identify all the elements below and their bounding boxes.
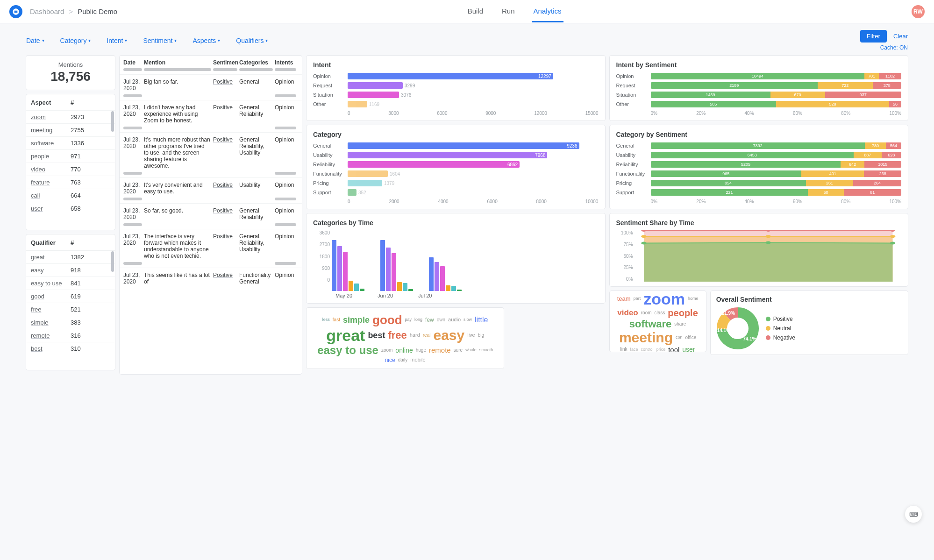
table-row[interactable]: call664 [26, 189, 115, 202]
chart-title: Sentiment Share by Time [616, 219, 902, 227]
col-count: # [71, 99, 74, 106]
chart-title: Category by Sentiment [616, 131, 902, 138]
chart-cats-time: Categories by Time 3600270018009000 May … [307, 213, 605, 303]
col-count: # [71, 239, 74, 246]
col-categories: Categories [239, 59, 275, 66]
logo-icon[interactable] [9, 5, 22, 18]
tab-build[interactable]: Build [466, 0, 485, 22]
wordcloud-qualifiers: lessfastsimplegoodpaylongfewownaudioslow… [307, 308, 504, 369]
col-sentiment: Sentimen [213, 59, 239, 66]
tab-run[interactable]: Run [500, 0, 517, 22]
legend-item: Neutral [766, 325, 795, 332]
table-row[interactable]: easy to use841 [26, 276, 115, 290]
legend-item: Positive [766, 316, 795, 322]
table-row[interactable]: remote316 [26, 329, 115, 342]
table-row[interactable]: feature763 [26, 176, 115, 189]
wordcloud-aspects: workfeatureclienthostwhatteampartzoomhom… [610, 291, 706, 352]
chart-intent-sentiment: Intent by Sentiment Opinion104947011102R… [610, 56, 908, 121]
qualifiers-table: Qualifier# great1382easy918easy to use84… [26, 234, 115, 370]
table-row[interactable]: meeting2755 [26, 123, 115, 136]
table-row[interactable]: Jul 23, 2020So far, so good.PositiveGene… [120, 203, 302, 223]
chart-title: Intent [313, 61, 599, 69]
avatar[interactable]: RW [912, 5, 925, 18]
table-row[interactable]: video770 [26, 163, 115, 176]
cache-status: Cache: ON [880, 44, 908, 51]
table-row[interactable]: great1382 [26, 250, 115, 263]
svg-point-5 [765, 241, 770, 244]
filter-date[interactable]: Date [26, 37, 44, 44]
chart-intent: Intent Opinion12297Request3299Situation3… [307, 56, 605, 121]
chart-title: Categories by Time [313, 219, 599, 227]
table-row[interactable]: software1336 [26, 136, 115, 149]
mentions-table: Date Mention Sentimen Categories Intents… [120, 56, 302, 374]
svg-point-1 [641, 235, 646, 238]
table-row[interactable]: easy918 [26, 263, 115, 276]
chart-category-sentiment: Category by Sentiment General7892780564U… [610, 125, 908, 209]
table-row[interactable]: zoom2973 [26, 110, 115, 123]
chart-title: Category [313, 131, 599, 138]
breadcrumb-current: Public Demo [78, 7, 117, 15]
topbar: Dashboard > Public Demo Build Run Analyt… [0, 0, 934, 23]
tab-analytics[interactable]: Analytics [532, 0, 563, 22]
chart-category: Category General9236Usability7968Reliabi… [307, 125, 605, 209]
table-row[interactable]: Jul 23, 2020It's very convenient and eas… [120, 177, 302, 198]
col-intents: Intents [275, 59, 298, 66]
table-row[interactable]: good619 [26, 290, 115, 303]
table-row[interactable]: simple383 [26, 316, 115, 329]
scroll-indicator[interactable] [111, 251, 114, 272]
filter-sentiment[interactable]: Sentiment [143, 37, 177, 44]
table-row[interactable]: Jul 23, 2020I didn't have any bad experi… [120, 100, 302, 127]
filter-button[interactable]: Filter [860, 30, 887, 43]
kpi-mentions: Mentions 18,756 [26, 56, 115, 90]
table-row[interactable]: Jul 23, 2020The interface is very forwar… [120, 229, 302, 262]
chart-overall-sentiment: Overall Sentiment 74.1% 14.1% 11.9% Posi… [711, 291, 908, 354]
clear-link[interactable]: Clear [893, 33, 908, 40]
table-row[interactable]: user658 [26, 202, 115, 215]
svg-point-2 [641, 242, 646, 245]
breadcrumb-sep: > [69, 7, 73, 15]
table-row[interactable]: Jul 23, 2020This seems like it has a lot… [120, 268, 302, 288]
col-date: Date [123, 59, 144, 66]
table-row[interactable]: Jul 23, 2020Big fan so far.PositiveGener… [120, 74, 302, 94]
col-mention: Mention [144, 59, 213, 66]
table-row[interactable]: best310 [26, 342, 115, 355]
svg-point-8 [890, 242, 895, 245]
filter-bar: DateCategoryIntentSentimentAspectsQualif… [0, 23, 934, 56]
chart-title: Overall Sentiment [716, 296, 902, 303]
svg-point-4 [765, 235, 770, 238]
col-aspect: Aspect [31, 99, 71, 106]
chart-title: Intent by Sentiment [616, 61, 902, 69]
table-row[interactable]: Jul 23, 2020It's much more robust than o… [120, 132, 302, 172]
svg-point-7 [890, 235, 895, 238]
kpi-label: Mentions [26, 61, 115, 68]
filter-category[interactable]: Category [60, 37, 91, 44]
legend-item: Negative [766, 334, 795, 341]
kpi-value: 18,756 [26, 69, 115, 84]
filter-qualifiers[interactable]: Qualifiers [236, 37, 268, 44]
scroll-indicator[interactable] [111, 111, 114, 132]
aspects-table: Aspect# zoom2973meeting2755software1336p… [26, 94, 115, 230]
chart-sentiment-time: Sentiment Share by Time 100%75%50%25%0% [610, 213, 908, 286]
filter-aspects[interactable]: Aspects [193, 37, 220, 44]
breadcrumb-root[interactable]: Dashboard [30, 7, 64, 15]
filter-intent[interactable]: Intent [107, 37, 127, 44]
col-qualifier: Qualifier [31, 239, 71, 246]
breadcrumb: Dashboard > Public Demo [30, 7, 117, 15]
table-row[interactable]: free521 [26, 303, 115, 316]
table-row[interactable]: people971 [26, 149, 115, 163]
